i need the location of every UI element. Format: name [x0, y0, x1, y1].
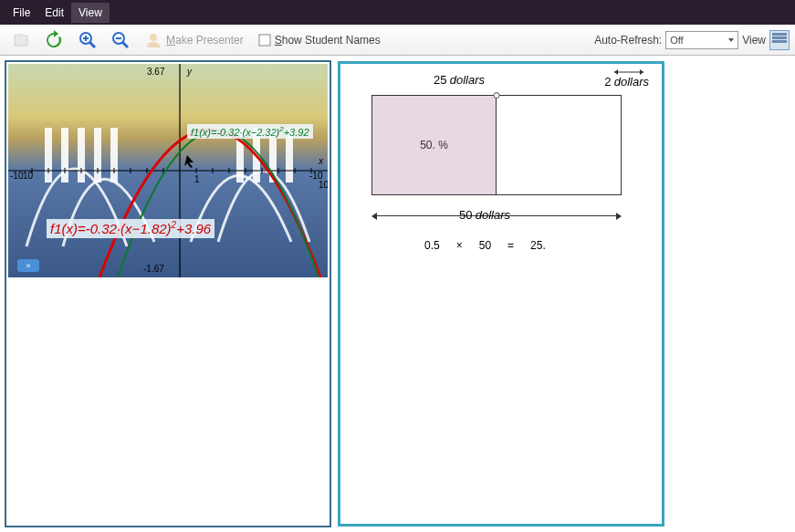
percent-bar-handle[interactable]	[494, 92, 500, 99]
right-value-label: 2 dollars	[604, 75, 649, 89]
svg-rect-13	[78, 128, 85, 183]
expand-icon[interactable]: »	[17, 259, 39, 272]
percent-bar[interactable]: 50. %	[371, 95, 622, 195]
bottom-value-label: 50 dollars	[459, 208, 510, 223]
svg-rect-0	[15, 36, 27, 46]
svg-rect-12	[61, 128, 68, 183]
right-arrow-icon	[612, 69, 645, 75]
percent-bar-fill: 50. %	[372, 96, 497, 194]
menu-view[interactable]: View	[71, 3, 110, 23]
toolbar: Make Presenter Show Student Names Auto-R…	[0, 25, 795, 56]
student-screen-2[interactable]: 25 dollars 2 dollars 50. % 50 dollars 0.…	[338, 61, 664, 527]
function-label-red: f1(x)=-0.32·(x−1.82)2+3.96	[47, 219, 214, 238]
svg-text:10: 10	[319, 180, 328, 190]
zoom-in-icon[interactable]	[75, 29, 100, 51]
svg-line-7	[122, 42, 128, 47]
svg-text:y: y	[186, 67, 193, 77]
svg-text:10: 10	[23, 171, 34, 181]
student-screen-1[interactable]: 3.67 y x -10 10 -10 10 1 -1.67 f1(x)=-0.…	[5, 61, 330, 527]
svg-text:3.67: 3.67	[147, 67, 165, 77]
function-label-green: f1(x)=-0.32·(x−2.32)2+3.92	[187, 124, 313, 139]
svg-rect-15	[110, 128, 118, 183]
capture-icon	[9, 30, 33, 50]
svg-text:1: 1	[194, 174, 200, 184]
svg-rect-14	[94, 128, 101, 183]
zoom-out-icon[interactable]	[108, 29, 133, 51]
svg-text:-10: -10	[10, 171, 24, 181]
make-presenter-label: Make Presenter	[166, 34, 244, 47]
svg-line-3	[89, 42, 95, 47]
view-label: View	[742, 34, 766, 47]
svg-point-9	[150, 34, 157, 41]
svg-rect-11	[45, 128, 52, 183]
menu-file[interactable]: File	[5, 3, 37, 23]
menubar: File Edit View	[0, 0, 795, 25]
grid-view-icon[interactable]	[769, 30, 790, 50]
svg-text:x: x	[318, 156, 324, 166]
svg-text:-1.67: -1.67	[143, 264, 164, 274]
graph-overlay: 3.67 y x -10 10 -10 10 1 -1.67	[8, 64, 328, 277]
refresh-icon[interactable]	[40, 28, 68, 52]
show-names-label: Show Student Names	[275, 34, 381, 47]
show-names-checkbox[interactable]: Show Student Names	[255, 32, 384, 48]
equation-row: 0.5×50=25.	[424, 239, 546, 252]
menu-edit[interactable]: Edit	[37, 3, 71, 23]
svg-rect-10	[259, 35, 270, 46]
auto-refresh-label: Auto-Refresh:	[594, 34, 662, 47]
svg-rect-1	[16, 34, 22, 37]
workspace: 3.67 y x -10 10 -10 10 1 -1.67 f1(x)=-0.…	[0, 56, 795, 532]
top-value-label: 25 dollars	[434, 73, 485, 88]
auto-refresh-dropdown[interactable]: Off	[665, 31, 738, 49]
make-presenter-button: Make Presenter	[141, 29, 247, 51]
